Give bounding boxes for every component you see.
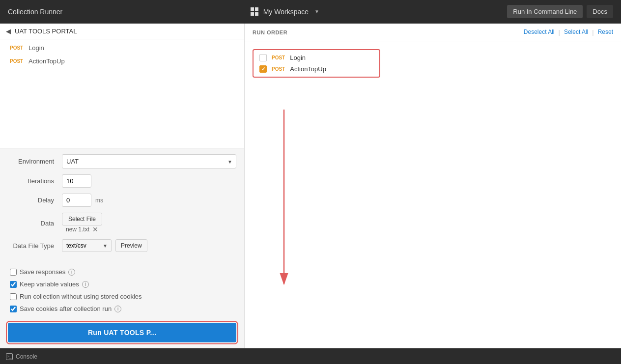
- app-footer: >_ Console: [0, 348, 621, 364]
- config-section: Environment UAT Production Development I…: [0, 148, 244, 264]
- keep-variable-values-text: Keep variable values: [20, 280, 79, 288]
- save-cookies-label[interactable]: Save cookies after collection run i: [10, 305, 121, 312]
- save-cookies-row: Save cookies after collection run i: [0, 303, 244, 315]
- iterations-label: Iterations: [8, 177, 62, 185]
- run-item: POST Login: [259, 54, 373, 61]
- environment-selector[interactable]: UAT Production Development: [62, 154, 236, 168]
- run-without-cookies-label[interactable]: Run collection without using stored cook…: [10, 293, 142, 300]
- environment-label: Environment: [8, 158, 62, 165]
- separator2: |: [592, 28, 593, 36]
- data-control: Select File new 1.txt ✕: [62, 213, 236, 233]
- select-all-link[interactable]: Select All: [564, 28, 588, 36]
- run-order-list: POST Login POST ActionTopUp: [245, 41, 621, 348]
- run-without-cookies-row: Run collection without using stored cook…: [0, 290, 244, 303]
- run-item-name-actiontopup: ActionTopUp: [290, 65, 326, 73]
- run-item-method-actiontopup: POST: [272, 66, 285, 72]
- file-info: new 1.txt ✕: [66, 225, 236, 233]
- save-cookies-text: Save cookies after collection run: [20, 305, 112, 312]
- run-order-header: RUN ORDER Deselect All | Select All | Re…: [245, 24, 621, 41]
- data-file-type-control: text/csv application/json Preview: [62, 239, 236, 252]
- workspace-icon: [251, 7, 259, 16]
- save-responses-label[interactable]: Save responses i: [10, 268, 75, 276]
- console-label: Console: [16, 353, 37, 360]
- environment-select[interactable]: UAT Production Development: [62, 154, 236, 168]
- delay-label: Delay: [8, 196, 62, 204]
- list-item[interactable]: POST ActionTopUp: [0, 55, 244, 68]
- right-panel: RUN ORDER Deselect All | Select All | Re…: [245, 24, 621, 348]
- app-title: Collection Runner: [8, 8, 62, 16]
- run-item-name-login: Login: [290, 54, 306, 61]
- run-item: POST ActionTopUp: [259, 65, 373, 73]
- deselect-all-link[interactable]: Deselect All: [524, 28, 555, 36]
- run-order-title: RUN ORDER: [253, 29, 287, 35]
- workspace-selector[interactable]: My Workspace ▼: [251, 7, 319, 16]
- workspace-chevron-icon: ▼: [314, 9, 319, 14]
- iterations-input[interactable]: [62, 174, 91, 188]
- run-without-cookies-checkbox[interactable]: [10, 293, 17, 300]
- file-name: new 1.txt: [66, 226, 89, 233]
- checkbox-section: Save responses i Keep variable values i …: [0, 264, 244, 317]
- run-order-actions: Deselect All | Select All | Reset: [524, 28, 613, 36]
- file-type-select[interactable]: text/csv application/json: [62, 239, 112, 252]
- save-responses-checkbox[interactable]: [10, 269, 17, 276]
- save-responses-info-icon[interactable]: i: [68, 269, 75, 276]
- ms-label: ms: [95, 197, 103, 204]
- run-item-checkbox-login[interactable]: [259, 54, 267, 61]
- run-order-box: POST Login POST ActionTopUp: [253, 49, 380, 78]
- run-btn-wrapper: Run UAT TOOLS P...: [0, 317, 244, 348]
- item-name: Login: [28, 44, 44, 52]
- delay-control: ms: [62, 194, 236, 207]
- delay-row: Delay ms: [8, 194, 236, 207]
- run-item-checkbox-actiontopup[interactable]: [259, 65, 267, 73]
- collection-list: POST Login POST ActionTopUp: [0, 39, 244, 148]
- reset-link[interactable]: Reset: [598, 28, 613, 36]
- item-name: ActionTopUp: [28, 57, 65, 65]
- keep-variable-values-label[interactable]: Keep variable values i: [10, 280, 89, 288]
- console-icon: >_: [6, 353, 13, 360]
- save-responses-row: Save responses i: [0, 266, 244, 278]
- run-command-line-button[interactable]: Run In Command Line: [507, 5, 583, 18]
- keep-variable-values-row: Keep variable values i: [0, 278, 244, 290]
- list-item[interactable]: POST Login: [0, 41, 244, 55]
- run-collection-button[interactable]: Run UAT TOOLS P...: [8, 323, 236, 342]
- header-actions: Run In Command Line Docs: [507, 5, 613, 18]
- separator: |: [559, 28, 560, 36]
- data-file-type-row: Data File Type text/csv application/json…: [8, 239, 236, 252]
- keep-variable-values-info-icon[interactable]: i: [82, 281, 89, 288]
- save-cookies-checkbox[interactable]: [10, 306, 17, 312]
- delay-input[interactable]: [62, 194, 91, 207]
- data-label: Data: [8, 220, 62, 227]
- method-badge: POST: [10, 45, 25, 51]
- console-toggle[interactable]: >_ Console: [6, 353, 37, 360]
- workspace-name: My Workspace: [263, 8, 309, 16]
- back-arrow-icon: ◀: [6, 28, 11, 35]
- run-without-cookies-text: Run collection without using stored cook…: [20, 293, 142, 300]
- remove-file-button[interactable]: ✕: [92, 225, 98, 233]
- collection-header: ◀ UAT TOOLS PORTAL: [0, 24, 244, 39]
- method-badge: POST: [10, 58, 25, 64]
- run-item-method-login: POST: [272, 55, 285, 60]
- keep-variable-values-checkbox[interactable]: [10, 281, 17, 288]
- file-type-selector[interactable]: text/csv application/json: [62, 239, 112, 252]
- app-header: Collection Runner My Workspace ▼ Run In …: [0, 0, 621, 24]
- select-file-button[interactable]: Select File: [62, 213, 102, 225]
- environment-row: Environment UAT Production Development: [8, 154, 236, 168]
- data-file-type-label: Data File Type: [8, 242, 62, 250]
- save-responses-text: Save responses: [20, 268, 65, 276]
- left-panel: ◀ UAT TOOLS PORTAL POST Login POST Actio…: [0, 24, 245, 348]
- docs-button[interactable]: Docs: [587, 5, 613, 18]
- save-cookies-info-icon[interactable]: i: [114, 306, 121, 312]
- iterations-control: [62, 174, 236, 188]
- preview-button[interactable]: Preview: [115, 239, 147, 252]
- iterations-row: Iterations: [8, 174, 236, 188]
- main-content: ◀ UAT TOOLS PORTAL POST Login POST Actio…: [0, 24, 621, 348]
- data-row: Data Select File new 1.txt ✕: [8, 213, 236, 233]
- collection-name: UAT TOOLS PORTAL: [15, 28, 77, 35]
